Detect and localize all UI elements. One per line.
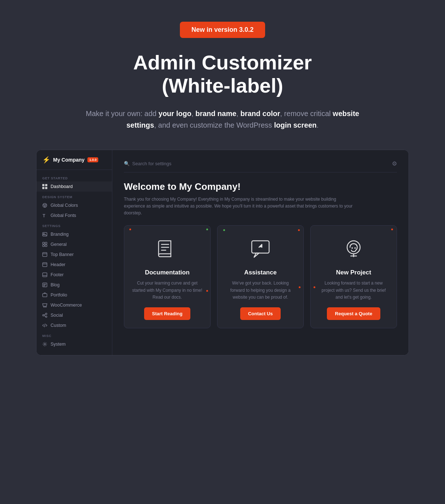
sidebar-label-general: General — [51, 242, 66, 247]
banner-icon — [42, 252, 47, 257]
sidebar-item-header[interactable]: Header — [36, 260, 112, 270]
card-body-new-project: Looking forward to start a new project w… — [318, 280, 389, 301]
sidebar-item-global-colors[interactable]: Global Colors — [36, 200, 112, 210]
card-dot-br-doc — [206, 290, 208, 292]
sidebar-label-global-colors: Global Colors — [51, 203, 78, 208]
search-icon: 🔍 — [124, 161, 130, 166]
hero-title: Admin Customizer(White-label) — [133, 51, 312, 98]
sidebar-item-portfolio[interactable]: Portfolio — [36, 290, 112, 300]
card-dot-tl — [129, 228, 131, 230]
svg-point-45 — [354, 247, 356, 249]
sidebar-section-get-started: Get Started — [36, 173, 112, 181]
card-dot-assistance-tr — [298, 229, 300, 231]
sidebar-label-blog: Blog — [51, 282, 60, 287]
sidebar-logo-name: My Company — [53, 157, 85, 163]
portfolio-icon — [42, 292, 47, 298]
code-icon — [42, 323, 47, 328]
svg-rect-17 — [43, 262, 47, 266]
svg-rect-15 — [43, 252, 47, 256]
svg-point-29 — [43, 315, 44, 316]
svg-rect-3 — [45, 187, 47, 189]
card-new-project: New Project Looking forward to start a n… — [310, 225, 397, 328]
svg-point-34 — [44, 343, 46, 345]
system-gear-icon — [42, 342, 47, 347]
svg-point-5 — [44, 205, 44, 205]
card-dot-project-bl — [314, 286, 315, 288]
svg-rect-25 — [43, 294, 47, 297]
sidebar-label-branding: Branding — [51, 232, 69, 237]
card-dot-assistance-tl — [223, 229, 225, 231]
card-assistance: Assistance We've got your back. Looking … — [217, 225, 304, 328]
gear-icon[interactable]: ⚙ — [392, 160, 397, 167]
request-quote-button[interactable]: Request a Quote — [327, 307, 380, 320]
new-project-icon-area — [339, 234, 368, 263]
palette-icon — [42, 203, 47, 208]
svg-point-30 — [46, 316, 47, 317]
sidebar-label-dashboard: Dashboard — [51, 184, 73, 189]
hero-bold-brand-name: brand name — [195, 110, 236, 118]
svg-rect-12 — [45, 242, 47, 244]
card-title-new-project: New Project — [336, 269, 371, 276]
welcome-title: Welcome to My Company! — [124, 181, 397, 192]
documentation-icon-area — [153, 234, 182, 263]
hero-bold-logo: your logo — [159, 110, 191, 118]
sidebar-item-social[interactable]: Social — [36, 310, 112, 320]
svg-point-7 — [44, 206, 45, 207]
sidebar-item-global-fonts[interactable]: T Global Fonts — [36, 210, 112, 221]
sidebar-item-top-banner[interactable]: Top Banner — [36, 249, 112, 260]
svg-rect-1 — [45, 184, 47, 186]
contact-us-button[interactable]: Contact Us — [240, 307, 281, 320]
sidebar-label-portfolio: Portfolio — [51, 292, 67, 298]
start-reading-button[interactable]: Start Reading — [144, 307, 191, 320]
hero-description: Make it your own: add your logo, brand n… — [71, 108, 374, 131]
svg-rect-14 — [45, 245, 47, 247]
card-title-assistance: Assistance — [244, 269, 277, 276]
image-icon — [42, 232, 47, 237]
sidebar-label-woocommerce: WooCommerce — [51, 303, 82, 308]
svg-line-33 — [44, 324, 45, 327]
svg-rect-0 — [42, 184, 44, 186]
sidebar-item-system[interactable]: System — [36, 339, 112, 349]
search-placeholder-text: Search for settings — [132, 161, 171, 166]
card-dot-tr — [206, 228, 208, 230]
font-icon: T — [42, 213, 47, 218]
card-dot-project-tr — [391, 228, 393, 230]
sidebar-label-system: System — [51, 342, 66, 347]
svg-line-31 — [44, 314, 46, 315]
sidebar-section-design: Design System — [36, 192, 112, 200]
dashboard-icon — [42, 184, 47, 189]
social-icon — [42, 313, 47, 318]
hero-bold-brand-color: brand color — [240, 110, 280, 118]
header-icon — [42, 262, 47, 267]
sidebar-item-blog[interactable]: Blog — [36, 280, 112, 290]
app-window: ⚡ My Company 1.0.0 Get Started Dashboard… — [36, 150, 409, 355]
main-search[interactable]: 🔍 Search for settings — [124, 161, 171, 166]
welcome-desc: Thank you for choosing My Company! Every… — [124, 196, 355, 217]
footer-icon — [42, 272, 47, 277]
svg-line-32 — [44, 316, 46, 316]
blog-icon — [42, 282, 47, 287]
sidebar-item-woocommerce[interactable]: WooCommerce — [36, 300, 112, 310]
new-project-brain-icon — [342, 237, 365, 260]
card-dot-assistance-br — [299, 286, 301, 288]
sidebar-label-header: Header — [51, 262, 65, 267]
sidebar-item-general[interactable]: General — [36, 239, 112, 249]
general-icon — [42, 242, 47, 247]
woo-icon — [42, 303, 47, 308]
svg-point-27 — [46, 307, 46, 307]
sidebar-item-footer[interactable]: Footer — [36, 270, 112, 280]
card-title-documentation: Documentation — [145, 269, 190, 276]
svg-rect-13 — [43, 245, 44, 247]
logo-icon: ⚡ — [42, 156, 50, 164]
sidebar-item-custom[interactable]: Custom — [36, 320, 112, 330]
main-content: 🔍 Search for settings ⚙ Welcome to My Co… — [112, 150, 409, 355]
sidebar-item-branding[interactable]: Branding — [36, 229, 112, 239]
sidebar-item-dashboard[interactable]: Dashboard — [36, 181, 112, 192]
svg-marker-39 — [254, 253, 259, 257]
sidebar-label-top-banner: Top Banner — [51, 252, 74, 257]
svg-rect-19 — [43, 273, 47, 277]
app-window-inner: ⚡ My Company 1.0.0 Get Started Dashboard… — [36, 150, 409, 355]
sidebar-section-settings: Settings — [36, 221, 112, 229]
documentation-book-icon — [156, 237, 179, 260]
sidebar-label-custom: Custom — [51, 323, 66, 328]
